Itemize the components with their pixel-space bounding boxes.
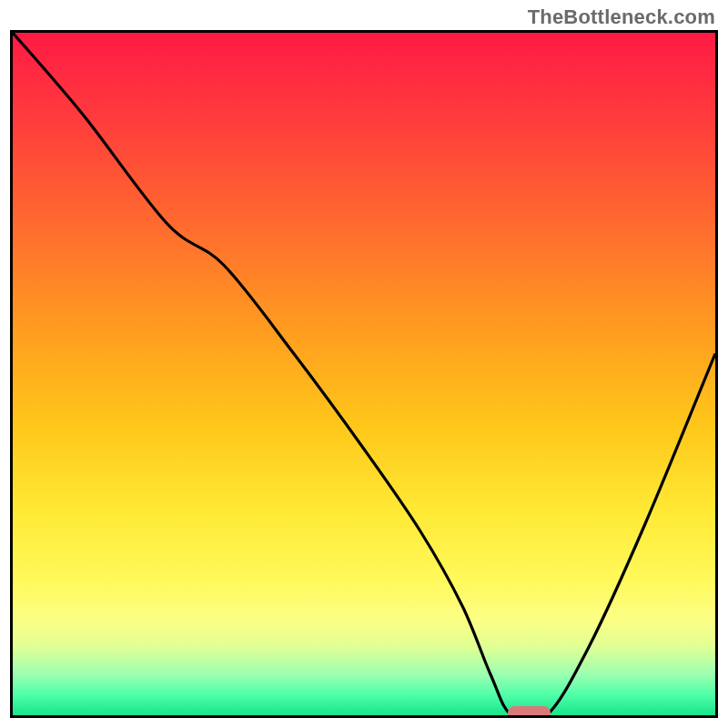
curve-path [13, 33, 715, 715]
chart-frame [10, 30, 718, 718]
optimal-range-marker [508, 706, 550, 718]
bottleneck-curve [13, 33, 715, 715]
watermark-text: TheBottleneck.com [528, 5, 715, 29]
